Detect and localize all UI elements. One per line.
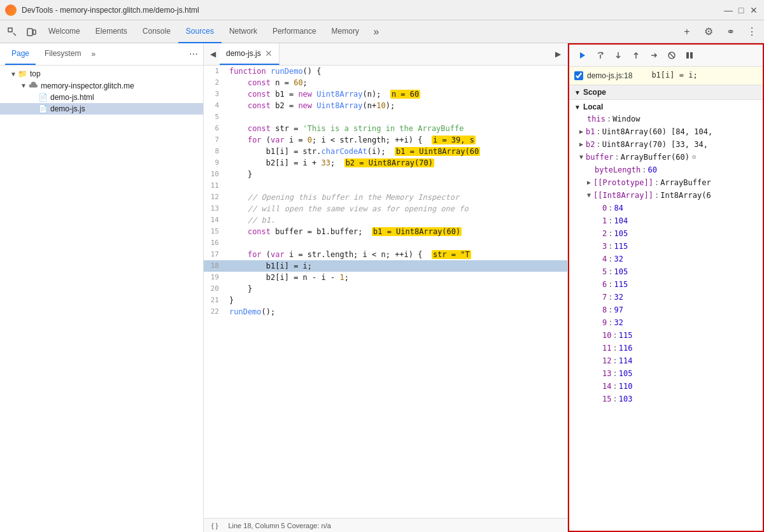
tab-sources[interactable]: Sources [178, 20, 222, 43]
curly-braces-icon: { } [211, 522, 218, 529]
add-tab-button[interactable]: + [677, 22, 697, 41]
scope-b1[interactable]: ▶ b1 : Uint8Array(60) [84, 104, [569, 125, 763, 138]
tab-network[interactable]: Network [222, 20, 265, 43]
tree-item-demo-js[interactable]: ▶ 📄 demo-js.js [0, 103, 203, 115]
code-line-16: 16 [204, 237, 567, 249]
code-line-18: 18 b1[i] = i; [204, 260, 567, 272]
prototype-expand-icon[interactable]: ▶ [587, 177, 591, 188]
tree-item-glitch[interactable]: ▼ memory-inspector.glitch.me [0, 80, 203, 92]
scope-idx-2[interactable]: 2 : 105 [569, 227, 763, 240]
deactivate-breakpoints-button[interactable] [663, 47, 680, 64]
code-line-20: 20 } [204, 283, 567, 295]
scope-local-section: ▼ Local this : Window ▶ b1 : Uint8Array(… [569, 100, 763, 407]
breakpoint-code: b1[i] = i; [636, 69, 702, 82]
tab-performance[interactable]: Performance [265, 20, 324, 43]
scope-idx-8[interactable]: 8 : 97 [569, 304, 763, 316]
code-line-9: 9 b2[i] = i + 33; b2 = Uint8Array(70) [204, 157, 567, 169]
step-into-button[interactable] [610, 47, 626, 64]
sidebar-tab-filesystem[interactable]: Filesystem [38, 43, 87, 65]
code-line-4: 4 const b2 = new Uint8Array(n+10); [204, 100, 567, 111]
scope-int8array[interactable]: ▼ [[Int8Array]] : Int8Array(6 [569, 189, 763, 202]
scope-idx-13[interactable]: 13 : 105 [569, 367, 763, 380]
tab-close-button[interactable]: ✕ [265, 48, 272, 59]
scope-prototype[interactable]: ▶ [[Prototype]] : ArrayBuffer [569, 176, 763, 189]
scope-idx-5[interactable]: 5 : 105 [569, 265, 763, 278]
code-line-5: 5 [204, 111, 567, 123]
tab-memory[interactable]: Memory [324, 20, 367, 43]
tab-next-button[interactable]: ▶ [551, 47, 565, 61]
code-tab-demo-js[interactable]: demo-js.js ✕ [220, 43, 279, 65]
breakpoint-section: demo-js.js:18 b1[i] = i; [569, 67, 763, 85]
code-line-13: 13 // will open the same view as for ope… [204, 203, 567, 214]
b1-expand-icon[interactable]: ▶ [579, 126, 583, 137]
dont-pause-button[interactable] [681, 47, 698, 64]
scope-b2[interactable]: ▶ b2 : Uint8Array(70) [33, 34, [569, 138, 763, 151]
breakpoint-label: demo-js.js:18 [587, 71, 632, 80]
tree-item-top[interactable]: ▼ 📁 top [0, 68, 203, 80]
scope-idx-1[interactable]: 1 : 104 [569, 214, 763, 227]
title-bar: DevTools - memory-inspector.glitch.me/de… [0, 0, 764, 20]
scope-idx-10[interactable]: 10 : 115 [569, 329, 763, 342]
tab-console[interactable]: Console [135, 20, 178, 43]
device-toolbar-icon[interactable] [22, 22, 41, 41]
scope-idx-9[interactable]: 9 : 32 [569, 316, 763, 329]
svg-rect-10 [690, 52, 693, 59]
minimize-button[interactable]: — [723, 6, 733, 15]
code-line-15: 15 const buffer = b1.buffer; b1 = Uint8A… [204, 226, 567, 237]
scope-this[interactable]: this : Window [569, 113, 763, 125]
debugger-toolbar [569, 45, 763, 67]
step-out-button[interactable] [628, 47, 644, 64]
svg-marker-3 [580, 52, 585, 59]
file-icon-html: 📄 [38, 93, 48, 102]
tab-welcome[interactable]: Welcome [41, 20, 88, 43]
scope-idx-7[interactable]: 7 : 32 [569, 291, 763, 304]
more-tabs-icon[interactable]: » [367, 22, 386, 41]
step-over-button[interactable] [592, 47, 609, 64]
status-text: Line 18, Column 5 Coverage: n/a [228, 522, 330, 529]
scope-idx-11[interactable]: 11 : 116 [569, 342, 763, 354]
maximize-button[interactable]: □ [736, 6, 746, 15]
window-controls: — □ ✕ [723, 6, 759, 15]
code-content[interactable]: 1 function runDemo() { 2 const n = 60; 3… [204, 66, 567, 518]
code-line-2: 2 const n = 60; [204, 77, 567, 88]
svg-rect-9 [686, 52, 689, 59]
window-title: DevTools - memory-inspector.glitch.me/de… [22, 6, 718, 15]
sidebar-tab-page[interactable]: Page [5, 43, 36, 65]
tab-prev-button[interactable]: ◀ [206, 47, 220, 61]
scope-idx-0[interactable]: 0 : 84 [569, 202, 763, 214]
scope-idx-15[interactable]: 15 : 103 [569, 393, 763, 405]
more-menu-icon[interactable]: ⋮ [742, 22, 761, 41]
int8array-expand-icon[interactable]: ▼ [587, 190, 591, 201]
scope-idx-12[interactable]: 12 : 114 [569, 354, 763, 367]
memory-inspector-icon[interactable]: ⊙ [692, 151, 697, 163]
scope-idx-6[interactable]: 6 : 115 [569, 278, 763, 291]
code-panel: ◀ demo-js.js ✕ ▶ 1 function runDemo() { … [204, 43, 568, 532]
scope-idx-14[interactable]: 14 : 110 [569, 380, 763, 393]
remote-devices-icon[interactable]: ⚭ [721, 22, 740, 41]
scope-local-header[interactable]: ▼ Local [569, 101, 763, 113]
settings-icon[interactable]: ⚙ [699, 22, 718, 41]
resume-button[interactable] [574, 47, 591, 64]
tab-elements[interactable]: Elements [88, 20, 135, 43]
scope-idx-3[interactable]: 3 : 115 [569, 240, 763, 253]
scope-header[interactable]: ▼ Scope [569, 85, 763, 100]
svg-rect-0 [8, 28, 12, 32]
buffer-expand-icon[interactable]: ▼ [579, 151, 583, 163]
breakpoint-checkbox[interactable] [574, 71, 583, 80]
scope-buffer[interactable]: ▼ buffer : ArrayBuffer(60) ⊙ [569, 151, 763, 164]
sidebar-menu-button[interactable]: ⋯ [189, 49, 198, 59]
svg-rect-1 [27, 29, 32, 36]
sidebar: Page Filesystem » ⋯ ▼ 📁 top ▼ memory-ins… [0, 43, 204, 532]
inspect-element-icon[interactable] [3, 22, 22, 41]
sidebar-more-icon[interactable]: » [91, 50, 96, 59]
code-line-19: 19 b2[i] = n - i - 1; [204, 272, 567, 283]
step-button[interactable] [646, 47, 662, 64]
scope-bytelength[interactable]: byteLength : 60 [569, 164, 763, 176]
code-line-7: 7 for (var i = 0; i < str.length; ++i) {… [204, 134, 567, 146]
close-button[interactable]: ✕ [749, 6, 759, 15]
sidebar-tabs: Page Filesystem » ⋯ [0, 43, 203, 66]
scope-idx-4[interactable]: 4 : 32 [569, 253, 763, 265]
nav-right: + ⚙ ⚭ ⋮ [677, 22, 761, 41]
tree-item-demo-html[interactable]: ▶ 📄 demo-js.html [0, 92, 203, 103]
b2-expand-icon[interactable]: ▶ [579, 139, 583, 150]
